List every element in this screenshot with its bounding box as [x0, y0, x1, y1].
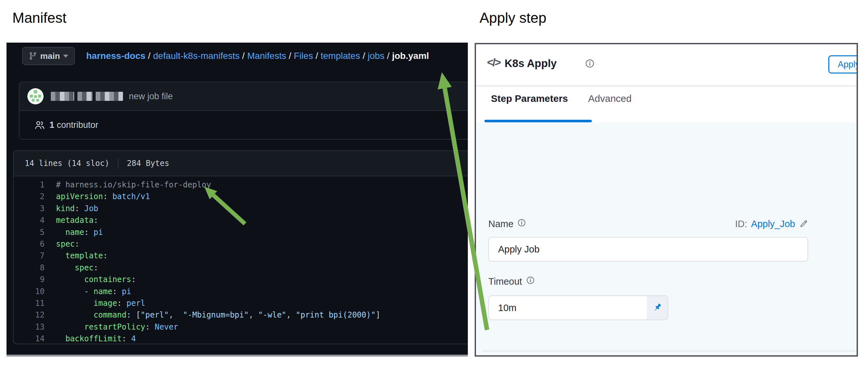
tab-step-parameters[interactable]: Step Parameters: [491, 93, 568, 104]
horizontal-scrollbar[interactable]: [6, 355, 468, 357]
line-number[interactable]: 1: [14, 179, 44, 191]
timeout-input[interactable]: 10m: [488, 296, 668, 320]
breadcrumb-current-file: job.yaml: [392, 51, 429, 61]
name-input[interactable]: Apply Job: [488, 237, 808, 262]
tab-advanced[interactable]: Advanced: [588, 93, 631, 104]
contributors-row[interactable]: 1 contributor: [20, 111, 468, 139]
line-number[interactable]: 9: [14, 274, 44, 285]
contributors-label: 1 contributor: [50, 120, 98, 130]
line-number[interactable]: 7: [14, 250, 44, 262]
code-text: command: ["perl", "-Mbignum=bpi", "-wle"…: [56, 309, 380, 321]
code-line: 14 backoffLimit: 4: [14, 333, 468, 344]
right-figure-title: Apply step: [479, 10, 546, 26]
line-number[interactable]: 4: [14, 214, 44, 226]
step-title: K8s Apply: [505, 57, 557, 70]
chevron-down-icon: [63, 55, 68, 58]
breadcrumb-segment[interactable]: Files: [294, 51, 313, 61]
code-line: 12 command: ["perl", "-Mbignum=bpi", "-w…: [14, 309, 468, 321]
code-step-icon: </>: [487, 56, 500, 69]
code-text: spec:: [56, 238, 80, 250]
file-blob-box: 14 lines (14 sloc) 284 Bytes 1# harness.…: [13, 150, 468, 344]
name-id-row: Name ID: Apply_Job: [488, 218, 808, 230]
divider: [476, 86, 857, 86]
line-number[interactable]: 10: [14, 286, 44, 297]
code-text: name: pi: [56, 226, 103, 238]
code-text: restartPolicy: Never: [56, 321, 178, 333]
info-icon[interactable]: [585, 59, 595, 70]
redacted-username: [51, 92, 123, 101]
breadcrumb-segment[interactable]: Manifests: [247, 51, 286, 61]
breadcrumb-segment[interactable]: harness-docs: [86, 51, 146, 61]
branch-selector-button[interactable]: main: [22, 47, 75, 65]
code-line: 13 restartPolicy: Never: [14, 321, 468, 333]
people-icon: [34, 120, 45, 130]
github-file-panel: main harness-docs / default-k8s-manifest…: [6, 42, 468, 357]
file-blob-header: 14 lines (14 sloc) 284 Bytes: [14, 151, 468, 176]
line-number[interactable]: 11: [14, 297, 44, 309]
code-line: 7 template:: [14, 250, 468, 262]
breadcrumb-separator: /: [240, 51, 247, 61]
id-value-link[interactable]: Apply_Job: [751, 219, 795, 230]
line-number[interactable]: 12: [14, 309, 44, 321]
line-number[interactable]: 5: [14, 226, 44, 238]
code-text: spec:: [56, 262, 98, 274]
avatar[interactable]: [27, 88, 43, 104]
breadcrumb: harness-docs / default-k8s-manifests / M…: [86, 47, 429, 65]
commit-box: new job file 1 contributor: [19, 82, 468, 140]
line-number[interactable]: 2: [14, 191, 44, 202]
code-line: 5 name: pi: [14, 226, 468, 238]
code-line: 3kind: Job: [14, 203, 468, 214]
code-line: 8 spec:: [14, 262, 468, 274]
tab-bar: Step ParametersAdvanced: [491, 93, 631, 104]
breadcrumb-separator: /: [360, 51, 368, 61]
code-line: 4metadata:: [14, 214, 468, 226]
pin-toggle[interactable]: [647, 296, 668, 319]
line-number[interactable]: 6: [14, 238, 44, 250]
code-text: metadata:: [56, 214, 98, 226]
breadcrumb-segment[interactable]: default-k8s-manifests: [153, 51, 240, 61]
code-text: image: perl: [56, 297, 146, 309]
code-line: 10 - name: pi: [14, 286, 468, 297]
file-lines-stat: 14 lines (14 sloc): [25, 159, 109, 168]
breadcrumb-separator: /: [313, 51, 320, 61]
file-size-stat: 284 Bytes: [127, 159, 169, 168]
code-line: 1# harness.io/skip-file-for-deploy: [14, 179, 468, 191]
breadcrumb-separator: /: [286, 51, 294, 61]
code-text: # harness.io/skip-file-for-deploy: [56, 179, 211, 191]
breadcrumb-separator: /: [384, 51, 392, 61]
code-text: - name: pi: [56, 286, 131, 297]
code-text: containers:: [56, 274, 136, 285]
line-number[interactable]: 3: [14, 203, 44, 214]
code-text: backoffLimit: 4: [56, 333, 136, 344]
name-label: Name: [488, 218, 526, 230]
left-figure-title: Manifest: [12, 10, 66, 26]
git-branch-icon: [29, 52, 37, 60]
breadcrumb-segment[interactable]: jobs: [368, 51, 384, 61]
apply-button[interactable]: Apply: [828, 55, 858, 73]
info-icon[interactable]: [526, 276, 535, 287]
line-number[interactable]: 8: [14, 262, 44, 274]
breadcrumb-separator: /: [146, 51, 153, 61]
page: Manifest Apply step main harness-docs / …: [0, 0, 868, 367]
id-label: ID:: [735, 219, 747, 230]
breadcrumb-segment[interactable]: templates: [321, 51, 360, 61]
code-line: 9 containers:: [14, 274, 468, 285]
active-tab-underline: [485, 120, 592, 122]
step-parameters-content: Name ID: Apply_Job: [476, 122, 857, 355]
divider: [118, 158, 118, 169]
code-text: apiVersion: batch/v1: [56, 191, 150, 202]
code-lines: 1# harness.io/skip-file-for-deploy2apiVe…: [14, 179, 468, 343]
step-panel-header: </> K8s Apply Apply: [476, 44, 857, 86]
section-divider: [483, 351, 857, 351]
line-number[interactable]: 13: [14, 321, 44, 333]
branch-name: main: [40, 51, 60, 61]
line-number[interactable]: 14: [14, 333, 44, 344]
code-text: kind: Job: [56, 203, 98, 214]
code-text: template:: [56, 250, 108, 262]
code-line: 2apiVersion: batch/v1: [14, 191, 468, 202]
latest-commit-row[interactable]: new job file: [20, 82, 468, 111]
commit-message[interactable]: new job file: [129, 91, 173, 101]
info-icon[interactable]: [517, 218, 526, 230]
code-line: 11 image: perl: [14, 297, 468, 309]
edit-pencil-icon[interactable]: [799, 219, 808, 228]
